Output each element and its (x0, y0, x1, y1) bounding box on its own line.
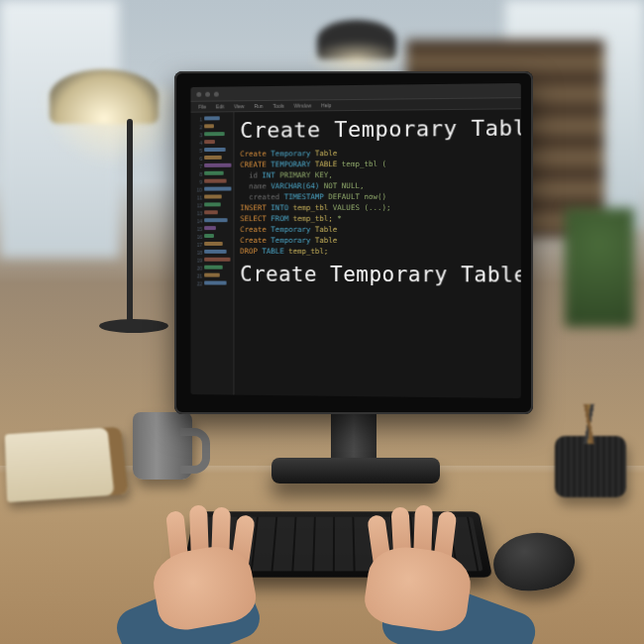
book (5, 427, 129, 502)
menu-item: Tools (272, 103, 284, 109)
monitor: FileEditViewRunToolsWindowHelp 123456789… (174, 71, 533, 414)
code-editor-screen: FileEditViewRunToolsWindowHelp 123456789… (191, 83, 521, 398)
menu-item: Run (254, 103, 263, 109)
window-control-icon (214, 91, 219, 96)
monitor-bezel: FileEditViewRunToolsWindowHelp 123456789… (174, 71, 533, 414)
pen-holder (555, 436, 626, 497)
menu-item: File (198, 104, 206, 110)
desk-lamp (40, 30, 159, 327)
menu-item: View (234, 103, 245, 109)
right-hand (337, 515, 515, 644)
office-scene: FileEditViewRunToolsWindowHelp 123456789… (0, 0, 644, 644)
line-number-gutter: 12345678910111213141516171819202122 (191, 112, 235, 396)
window-control-icon (196, 91, 201, 96)
window-control-icon (205, 91, 210, 96)
overlay-heading-bottom: Create Temporary Table (240, 263, 520, 287)
left-hand (119, 515, 287, 644)
code-block: Create Temporary Table CREATE TEMPORARY … (240, 147, 520, 258)
monitor-stand-base (271, 458, 440, 483)
overlay-heading-top: Create Temporary Table (240, 115, 520, 143)
editor-pane: Create Temporary Table Create Temporary … (234, 109, 520, 398)
menu-item: Edit (216, 103, 224, 109)
menu-item: Help (321, 102, 331, 108)
coffee-mug (133, 412, 192, 480)
ceiling-lamp (297, 0, 416, 79)
plant (565, 208, 634, 327)
menu-item: Window (294, 102, 312, 108)
